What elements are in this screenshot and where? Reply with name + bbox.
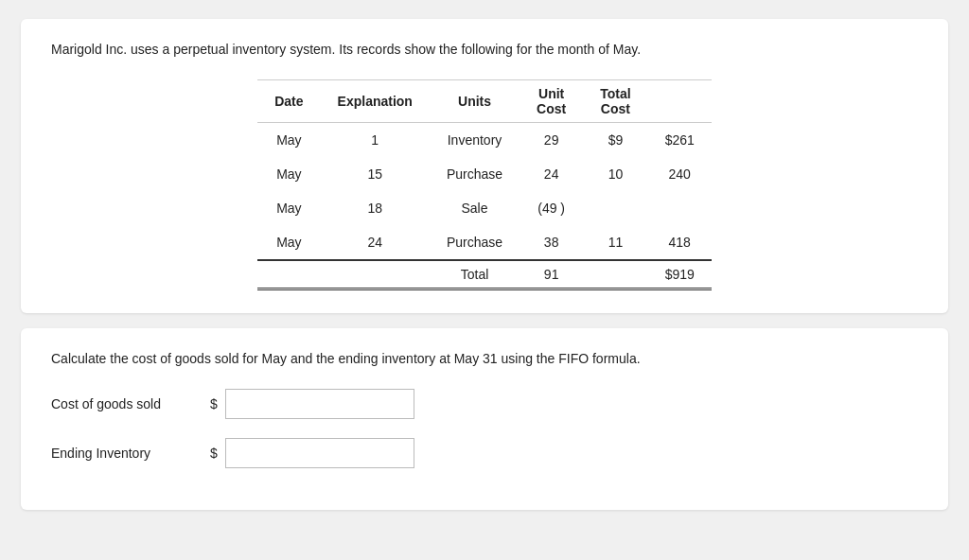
row-units-0: 29 bbox=[520, 123, 583, 158]
header-total-cost: TotalCost bbox=[583, 80, 647, 123]
header-date: Date bbox=[257, 80, 320, 123]
row-totalcost-1: 240 bbox=[648, 157, 712, 191]
table-row: May 1 Inventory 29 $9 $261 bbox=[257, 123, 712, 158]
row-month-3: May bbox=[257, 225, 320, 260]
cost-of-goods-row: Cost of goods sold $ bbox=[51, 389, 918, 419]
row-explanation-2: Sale bbox=[430, 191, 520, 225]
row-month-2: May bbox=[257, 191, 320, 225]
row-month-1: May bbox=[257, 157, 320, 191]
row-month-0: May bbox=[257, 123, 320, 158]
intro-text: Marigold Inc. uses a perpetual inventory… bbox=[51, 42, 918, 57]
row-unitcost-3: 11 bbox=[583, 225, 647, 260]
row-totalcost-2 bbox=[648, 191, 712, 225]
total-units: 91 bbox=[520, 260, 583, 289]
table-row: May 18 Sale (49 ) bbox=[257, 191, 712, 225]
row-units-2: (49 ) bbox=[520, 191, 583, 225]
header-unit-cost: UnitCost bbox=[520, 80, 583, 123]
cost-dollar: $ bbox=[210, 396, 218, 411]
calculate-question: Calculate the cost of goods sold for May… bbox=[51, 351, 918, 366]
ending-input[interactable] bbox=[225, 438, 414, 468]
table-row: May 15 Purchase 24 10 240 bbox=[257, 157, 712, 191]
row-totalcost-3: 418 bbox=[648, 225, 712, 260]
cost-label: Cost of goods sold bbox=[51, 396, 203, 411]
ending-label: Ending Inventory bbox=[51, 446, 203, 461]
row-unitcost-2 bbox=[583, 191, 647, 225]
total-cost: $919 bbox=[648, 260, 712, 289]
row-units-1: 24 bbox=[520, 157, 583, 191]
row-totalcost-0: $261 bbox=[648, 123, 712, 158]
row-day-0: 1 bbox=[321, 123, 430, 158]
row-units-3: 38 bbox=[520, 225, 583, 260]
row-unitcost-1: 10 bbox=[583, 157, 647, 191]
row-day-2: 18 bbox=[321, 191, 430, 225]
inventory-card: Marigold Inc. uses a perpetual inventory… bbox=[21, 19, 948, 313]
ending-inventory-row: Ending Inventory $ bbox=[51, 438, 918, 468]
row-explanation-1: Purchase bbox=[430, 157, 520, 191]
calculate-card: Calculate the cost of goods sold for May… bbox=[21, 328, 948, 510]
header-units: Units bbox=[430, 80, 520, 123]
total-unitcost-spacer bbox=[583, 260, 647, 289]
ending-dollar: $ bbox=[210, 446, 218, 461]
row-day-3: 24 bbox=[321, 225, 430, 260]
total-spacer bbox=[257, 260, 430, 289]
row-day-1: 15 bbox=[321, 157, 430, 191]
total-row: Total 91 $919 bbox=[257, 260, 712, 289]
row-unitcost-0: $9 bbox=[583, 123, 647, 158]
table-row: May 24 Purchase 38 11 418 bbox=[257, 225, 712, 260]
header-explanation: Explanation bbox=[321, 80, 430, 123]
row-explanation-0: Inventory bbox=[430, 123, 520, 158]
inventory-table: Date Explanation Units UnitCost TotalCos… bbox=[257, 79, 712, 290]
cost-input[interactable] bbox=[225, 389, 414, 419]
row-explanation-3: Purchase bbox=[430, 225, 520, 260]
total-label: Total bbox=[430, 260, 520, 289]
